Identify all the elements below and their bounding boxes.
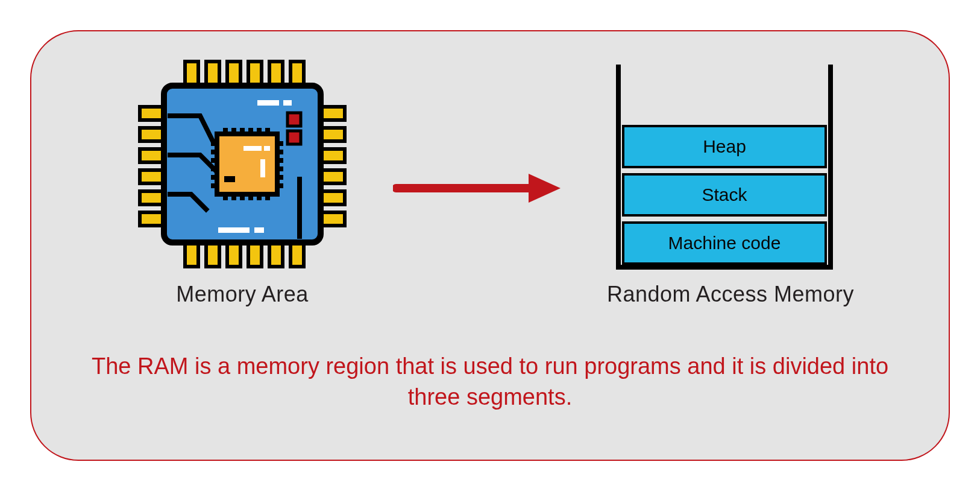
svg-rect-28 <box>254 227 264 233</box>
svg-rect-3 <box>248 62 262 86</box>
arrow-right-icon <box>393 170 562 194</box>
ram-segment-machine-code: Machine code <box>622 221 827 265</box>
svg-rect-50 <box>276 141 283 146</box>
svg-rect-51 <box>276 150 283 154</box>
svg-rect-34 <box>240 128 245 135</box>
svg-rect-33 <box>231 128 236 135</box>
svg-rect-5 <box>291 62 304 86</box>
ram-segment-label: Heap <box>703 136 746 157</box>
svg-rect-59 <box>224 176 235 182</box>
svg-rect-57 <box>264 146 270 151</box>
svg-rect-52 <box>276 158 283 163</box>
svg-rect-18 <box>321 107 345 120</box>
svg-rect-22 <box>321 191 345 204</box>
svg-rect-9 <box>248 242 262 267</box>
svg-rect-2 <box>227 62 240 86</box>
svg-rect-21 <box>321 170 345 183</box>
diagram-caption: The RAM is a memory region that is used … <box>86 351 894 413</box>
svg-rect-1 <box>206 62 219 86</box>
svg-rect-19 <box>321 128 345 141</box>
svg-rect-40 <box>240 193 245 200</box>
memory-area-label: Memory Area <box>134 282 351 307</box>
svg-rect-44 <box>211 141 218 146</box>
svg-rect-15 <box>140 170 164 183</box>
svg-rect-12 <box>140 107 164 120</box>
ram-label: Random Access Memory <box>562 282 899 307</box>
svg-rect-42 <box>257 193 262 200</box>
diagram-frame: Memory Area Heap Stack Machine code Rand… <box>30 30 950 461</box>
svg-rect-6 <box>185 242 198 267</box>
cpu-chip-icon <box>134 55 351 273</box>
svg-rect-7 <box>206 242 219 267</box>
svg-rect-39 <box>231 193 236 200</box>
ram-segment-label: Stack <box>702 185 747 205</box>
svg-rect-13 <box>140 128 164 141</box>
svg-rect-38 <box>223 193 228 200</box>
svg-rect-0 <box>185 62 198 86</box>
svg-rect-53 <box>276 166 283 171</box>
svg-rect-43 <box>265 193 270 200</box>
svg-rect-8 <box>227 242 240 267</box>
svg-rect-10 <box>269 242 283 267</box>
svg-rect-32 <box>223 128 228 135</box>
ram-segment-heap: Heap <box>622 125 827 168</box>
svg-rect-14 <box>140 149 164 162</box>
svg-marker-61 <box>529 174 561 203</box>
svg-rect-55 <box>276 183 283 188</box>
ram-segment-stack: Stack <box>622 173 827 217</box>
svg-rect-49 <box>211 183 218 188</box>
ram-segment-label: Machine code <box>668 233 781 253</box>
svg-rect-4 <box>269 62 283 86</box>
svg-rect-35 <box>248 128 253 135</box>
ram-container: Heap Stack Machine code <box>616 65 833 270</box>
svg-rect-48 <box>211 175 218 180</box>
svg-rect-11 <box>291 242 304 267</box>
svg-rect-25 <box>257 100 279 106</box>
svg-rect-23 <box>321 212 345 226</box>
svg-rect-20 <box>321 149 345 162</box>
svg-rect-31 <box>217 134 277 194</box>
svg-rect-54 <box>276 175 283 180</box>
svg-rect-41 <box>248 193 253 200</box>
svg-rect-30 <box>287 131 301 144</box>
svg-rect-45 <box>211 150 218 154</box>
svg-rect-47 <box>211 166 218 171</box>
svg-rect-16 <box>140 191 164 204</box>
svg-rect-27 <box>218 227 250 233</box>
svg-rect-17 <box>140 212 164 226</box>
svg-rect-26 <box>283 100 292 106</box>
svg-rect-29 <box>287 113 301 126</box>
svg-rect-56 <box>243 146 262 151</box>
svg-rect-58 <box>260 159 265 177</box>
svg-rect-46 <box>211 158 218 163</box>
svg-rect-37 <box>265 128 270 135</box>
svg-rect-36 <box>257 128 262 135</box>
